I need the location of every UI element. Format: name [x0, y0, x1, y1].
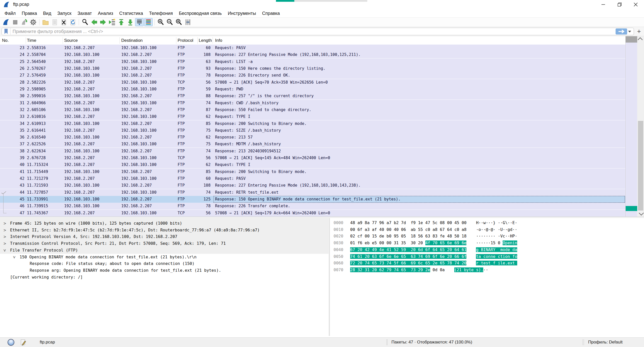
detail-row[interactable]: Response code: File status okay; about t…: [0, 260, 329, 267]
detail-row[interactable]: >Internet Protocol Version 4, Src: 192.1…: [0, 233, 329, 240]
detail-row[interactable]: >Ethernet II, Src: b2:7d:f9:1e:47:5c (b2…: [0, 227, 329, 234]
column-header-protocol[interactable]: Protocol: [178, 36, 193, 45]
hex-bytes[interactable]: 48 a9 8a 77 96 a7 b2 7d f9 1e 47 5c 08 0…: [350, 220, 466, 226]
column-header-no[interactable]: No.: [2, 36, 9, 45]
packet-row[interactable]: 272.576459192.168.103.100192.168.2.207FT…: [0, 72, 625, 79]
minimize-button[interactable]: [595, 0, 612, 9]
hex-ascii[interactable]: g BINARY mode da: [476, 247, 517, 253]
go-forward-button[interactable]: [99, 18, 107, 26]
column-header-time[interactable]: Time: [27, 36, 36, 45]
detail-row[interactable]: >File Transfer Protocol (FTP): [0, 247, 329, 254]
zoom-original-button[interactable]: [175, 18, 183, 26]
resize-columns-button[interactable]: [184, 18, 192, 26]
packet-row[interactable]: 4511.733991192.168.103.100192.168.2.207F…: [0, 196, 625, 203]
hex-ascii[interactable]: ········ ·Vc··HP·: [476, 233, 517, 240]
hex-bytes[interactable]: 02 cf 00 15 de b0 95 05 18 56 63 83 fe 4…: [350, 233, 466, 240]
hex-ascii[interactable]: ta conne ction fo: [476, 253, 517, 260]
menu-item-6[interactable]: Статистика: [116, 9, 146, 18]
packet-row[interactable]: 362.616540192.168.103.100192.168.2.207FT…: [0, 134, 625, 141]
menu-item-10[interactable]: Справка: [259, 9, 283, 18]
find-packet-button[interactable]: [81, 18, 89, 26]
detail-row[interactable]: >150 Opening BINARY mode data connection…: [0, 254, 329, 261]
filter-bookmark-button[interactable]: [2, 28, 11, 35]
hex-ascii[interactable]: (21 byte s).··: [454, 267, 488, 273]
restore-button[interactable]: [611, 0, 628, 9]
collapse-icon[interactable]: >: [11, 256, 18, 258]
hex-ascii[interactable]: ······15 0 Openin: [476, 240, 517, 247]
hex-bytes[interactable]: 72 20 74 65 73 74 5f 66 69 6c 65 2e 65 7…: [350, 260, 466, 267]
packet-row[interactable]: 4111.715449192.168.103.100192.168.2.207F…: [0, 168, 625, 175]
capture-comments-icon[interactable]: [20, 339, 27, 346]
column-divider[interactable]: [213, 37, 213, 44]
packet-row[interactable]: 242.558704192.168.103.100192.168.2.207FT…: [0, 51, 625, 58]
hex-row[interactable]: 000048 a9 8a 77 96 a7 b2 7d f9 1e 47 5c …: [334, 220, 517, 226]
start-capture-button[interactable]: [2, 18, 10, 26]
packet-row[interactable]: 292.598905192.168.2.207192.168.103.100FT…: [0, 86, 625, 93]
packet-row[interactable]: 302.599016192.168.103.100192.168.2.207FT…: [0, 93, 625, 99]
apply-filter-button[interactable]: [616, 28, 627, 34]
close-file-button[interactable]: [59, 18, 68, 26]
expand-icon[interactable]: >: [4, 227, 6, 234]
close-button[interactable]: [627, 0, 644, 9]
menu-item-1[interactable]: Правка: [19, 9, 40, 18]
hex-bytes[interactable]: 01 f6 eb e5 00 00 31 35 30 20 4f 70 65 6…: [350, 240, 466, 247]
packet-row[interactable]: 382.622634192.168.103.100192.168.2.207FT…: [0, 148, 625, 155]
detail-row[interactable]: Response arg: Opening BINARY mode data c…: [0, 267, 329, 274]
profile-selector[interactable]: Профиль: Default: [588, 340, 623, 345]
packet-list-scrollbar[interactable]: [637, 36, 644, 217]
column-divider[interactable]: [119, 37, 120, 44]
menu-item-8[interactable]: Беспроводная связь: [176, 9, 225, 18]
zoom-in-button[interactable]: [156, 18, 165, 26]
column-divider[interactable]: [176, 37, 176, 44]
auto-scroll-button[interactable]: [135, 18, 144, 26]
packet-row[interactable]: 342.610913192.168.103.100192.168.2.207FT…: [0, 120, 625, 127]
packet-row[interactable]: 312.604966192.168.2.207192.168.103.100FT…: [0, 100, 625, 107]
expert-info-icon[interactable]: [8, 339, 14, 346]
packet-row[interactable]: 392.676728192.168.2.207192.168.103.100TC…: [0, 155, 625, 161]
hex-row[interactable]: 005074 61 20 63 6f 6e 6e 65 63 74 69 6f …: [334, 253, 517, 260]
hex-row[interactable]: 006072 20 74 65 73 74 5f 66 69 6c 65 2e …: [334, 260, 517, 267]
scroll-up-button[interactable]: [637, 36, 644, 42]
packet-row[interactable]: 262.570267192.168.103.100192.168.2.207FT…: [0, 65, 625, 72]
collapse-icon[interactable]: >: [2, 249, 8, 252]
column-divider[interactable]: [26, 37, 26, 44]
packet-row[interactable]: 282.582226192.168.2.207192.168.103.100TC…: [0, 79, 625, 86]
column-header-length[interactable]: Length: [199, 36, 212, 45]
restart-capture-button[interactable]: [20, 18, 28, 26]
packet-row[interactable]: 4211.721279192.168.2.207192.168.103.100F…: [0, 175, 625, 182]
hex-ascii[interactable]: H··w···} ··G\··E·: [476, 220, 517, 226]
expand-icon[interactable]: >: [4, 233, 6, 240]
hex-row[interactable]: 002002 cf 00 15 de b0 95 05 18 56 63 83 …: [334, 233, 517, 240]
hex-ascii[interactable]: ·o··@·@· ·U··gd··: [476, 226, 517, 233]
packet-row[interactable]: 322.605106192.168.103.100192.168.2.207FT…: [0, 107, 625, 113]
detail-row[interactable]: [Current working directory: /]: [0, 274, 329, 281]
packet-row[interactable]: 4011.715324192.168.2.207192.168.103.100F…: [0, 161, 625, 168]
save-file-button[interactable]: [50, 18, 59, 26]
column-header-source[interactable]: Source: [64, 36, 78, 45]
hex-bytes[interactable]: 00 6f a3 af 40 00 40 06 ab 55 c0 a8 67 6…: [350, 226, 466, 233]
menu-item-4[interactable]: Захват: [74, 9, 95, 18]
display-filter-input[interactable]: Примените фильтр отображения ... <Ctrl-/…: [2, 28, 634, 35]
scroll-down-button[interactable]: [637, 211, 644, 217]
packet-row[interactable]: 4711.745367192.168.2.207192.168.103.100T…: [0, 210, 625, 217]
open-file-button[interactable]: [41, 18, 50, 26]
go-back-button[interactable]: [90, 18, 98, 26]
column-header-info[interactable]: Info: [215, 36, 222, 45]
filter-dropdown-caret[interactable]: [628, 31, 631, 32]
hex-row[interactable]: 004067 20 42 49 4e 41 52 59 20 6d 6f 64 …: [334, 247, 517, 253]
column-divider[interactable]: [197, 37, 198, 44]
detail-row[interactable]: >Frame 45: 125 bytes on wire (1000 bits)…: [0, 220, 329, 227]
menu-item-9[interactable]: Инструменты: [225, 9, 259, 18]
hex-bytes[interactable]: 74 61 20 63 6f 6e 6e 65 63 74 69 6f 6e 2…: [350, 253, 466, 260]
add-filter-button[interactable]: +: [635, 28, 642, 35]
menu-item-2[interactable]: Вид: [40, 9, 54, 18]
go-to-packet-button[interactable]: [108, 18, 116, 26]
go-last-packet-button[interactable]: [126, 18, 135, 26]
intelligent-scrollbar-minimap[interactable]: [625, 36, 637, 217]
packet-row[interactable]: 4311.721593192.168.103.100192.168.2.207F…: [0, 182, 625, 189]
packet-row[interactable]: 4411.727857192.168.2.207192.168.103.100F…: [0, 189, 625, 196]
packet-row[interactable]: 252.564540192.168.2.207192.168.103.100FT…: [0, 58, 625, 65]
column-divider[interactable]: [63, 37, 63, 44]
packet-row[interactable]: 332.610816192.168.2.207192.168.103.100FT…: [0, 113, 625, 120]
colorize-button[interactable]: [144, 18, 153, 26]
